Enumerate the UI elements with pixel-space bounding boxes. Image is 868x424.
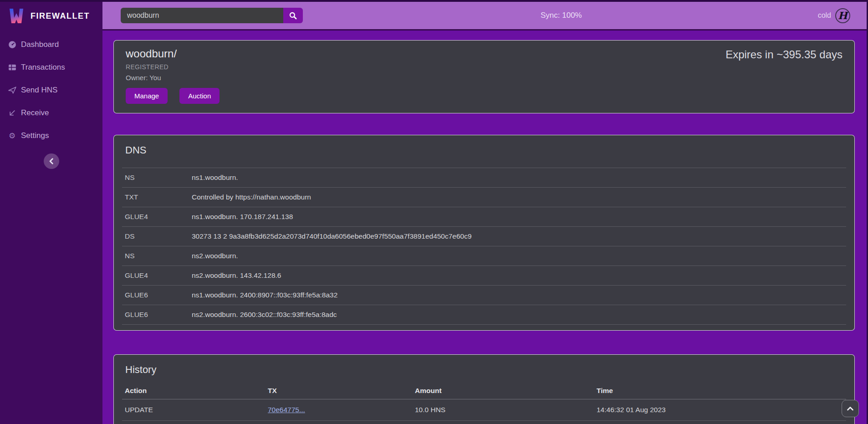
history-row: UPDATE 70e64775... 10.0 HNS 14:46:32 01 …	[122, 399, 846, 421]
domain-owner: Owner: You	[126, 74, 842, 82]
app-window: FIREWALLET Dashboard Transactions Send H…	[0, 0, 868, 424]
brand-header: FIREWALLET	[0, 2, 102, 30]
dns-record-row: NS ns2.woodburn.	[122, 246, 846, 266]
page-content: woodburn/ REGISTERED Owner: You Manage A…	[102, 31, 867, 424]
gauge-icon	[8, 41, 16, 49]
history-row: RENEW d76e9a... 10.0 HNS 15:47:26 07 Jul…	[122, 421, 846, 424]
dns-record-type: GLUE6	[125, 291, 192, 299]
domain-actions: Manage Auction	[126, 88, 842, 104]
dns-section-title: DNS	[125, 144, 846, 156]
sidebar-item-label: Transactions	[21, 63, 65, 72]
dns-record-row: TXT Controlled by https://nathan.woodbur…	[122, 187, 846, 207]
sidebar: FIREWALLET Dashboard Transactions Send H…	[0, 2, 102, 424]
sync-status: Sync: 100%	[541, 11, 582, 20]
dns-table: NS ns1.woodburn. TXT Controlled by https…	[122, 168, 846, 325]
dns-record-type: DS	[125, 232, 192, 240]
dns-record-type: GLUE6	[125, 311, 192, 319]
dns-record-value: 30273 13 2 9a3a8fb3d625d2a2073d740f10da6…	[192, 232, 843, 240]
paper-plane-icon	[8, 86, 16, 95]
dns-record-row: GLUE6 ns2.woodburn. 2600:3c02::f03c:93ff…	[122, 305, 846, 325]
auction-button[interactable]: Auction	[179, 88, 220, 104]
history-table: Action TX Amount Time UPDATE 70e64775...…	[122, 383, 846, 424]
sidebar-item-send-hns[interactable]: Send HNS	[0, 79, 102, 102]
wallet-name: cold	[818, 11, 831, 20]
dns-record-row: GLUE6 ns1.woodburn. 2400:8907::f03c:93ff…	[122, 285, 846, 305]
sidebar-collapse-button[interactable]	[44, 153, 59, 169]
dns-record-type: TXT	[125, 193, 192, 201]
history-time: 14:46:32 01 Aug 2023	[597, 406, 843, 414]
dns-record-type: NS	[125, 252, 192, 260]
dns-record-value: ns1.woodburn.	[192, 174, 843, 182]
sidebar-item-dashboard[interactable]: Dashboard	[0, 33, 102, 56]
dns-record-value: ns1.woodburn. 170.187.241.138	[192, 213, 843, 221]
dns-record-value: ns2.woodburn. 2600:3c02::f03c:93ff:fe5a:…	[192, 311, 843, 319]
dns-card: DNS NS ns1.woodburn. TXT Controlled by h…	[113, 135, 855, 331]
dns-record-row: GLUE4 ns1.woodburn. 170.187.241.138	[122, 207, 846, 226]
history-header-row: Action TX Amount Time	[122, 383, 846, 399]
domain-card: woodburn/ REGISTERED Owner: You Manage A…	[113, 40, 855, 113]
manage-button[interactable]: Manage	[126, 88, 168, 104]
handshake-logo-icon: H	[835, 8, 850, 23]
sidebar-item-receive[interactable]: Receive	[0, 102, 102, 124]
sidebar-item-label: Send HNS	[21, 86, 57, 95]
history-col-action: Action	[125, 387, 268, 395]
search-button[interactable]	[283, 8, 303, 23]
wallet-indicator[interactable]: cold H	[818, 8, 850, 23]
brand-name: FIREWALLET	[31, 11, 90, 21]
history-action: UPDATE	[125, 406, 268, 414]
dns-record-type: GLUE4	[125, 213, 192, 221]
dns-record-type: GLUE4	[125, 271, 192, 280]
history-card: History Action TX Amount Time UPDATE 70e…	[113, 354, 855, 424]
sidebar-item-settings[interactable]: ⚙ Settings	[0, 124, 102, 147]
scroll-to-top-button[interactable]	[842, 400, 859, 417]
chevron-left-icon	[49, 158, 54, 164]
sidebar-item-label: Receive	[21, 108, 49, 117]
dns-record-type: NS	[125, 174, 192, 182]
domain-expiry: Expires in ~395.35 days	[725, 48, 842, 61]
history-amount: 10.0 HNS	[415, 406, 597, 414]
search-box	[121, 8, 303, 23]
dns-record-row: DS 30273 13 2 9a3a8fb3d625d2a2073d740f10…	[122, 226, 846, 246]
sidebar-nav: Dashboard Transactions Send HNS Receive	[0, 33, 102, 147]
domain-status-badge: REGISTERED	[126, 63, 842, 71]
topbar: Sync: 100% cold H	[102, 2, 867, 31]
main-area: Sync: 100% cold H woodburn/ REGISTERED O…	[102, 2, 867, 424]
table-icon	[8, 63, 16, 72]
history-section-title: History	[125, 364, 846, 376]
search-icon	[289, 12, 297, 20]
dns-record-value: ns2.woodburn.	[192, 252, 843, 260]
dns-record-row: NS ns1.woodburn.	[122, 168, 846, 187]
tx-link[interactable]: 70e64775...	[268, 406, 305, 414]
sidebar-item-label: Dashboard	[21, 40, 59, 49]
search-input[interactable]	[121, 8, 283, 23]
sidebar-item-label: Settings	[21, 131, 49, 140]
chevron-up-icon	[847, 406, 853, 411]
history-col-tx: TX	[268, 387, 415, 395]
sidebar-item-transactions[interactable]: Transactions	[0, 56, 102, 79]
dns-record-value: Controlled by https://nathan.woodburn	[192, 193, 843, 201]
receive-arrow-icon	[8, 109, 16, 117]
dns-record-value: ns2.woodburn. 143.42.128.6	[192, 271, 843, 280]
history-col-time: Time	[597, 387, 843, 395]
dns-record-row: GLUE4 ns2.woodburn. 143.42.128.6	[122, 266, 846, 285]
gear-icon: ⚙	[8, 132, 16, 140]
history-col-amount: Amount	[415, 387, 597, 395]
firewallet-logo-icon	[7, 7, 26, 25]
dns-record-value: ns1.woodburn. 2400:8907::f03c:93ff:fe5a:…	[192, 291, 843, 299]
